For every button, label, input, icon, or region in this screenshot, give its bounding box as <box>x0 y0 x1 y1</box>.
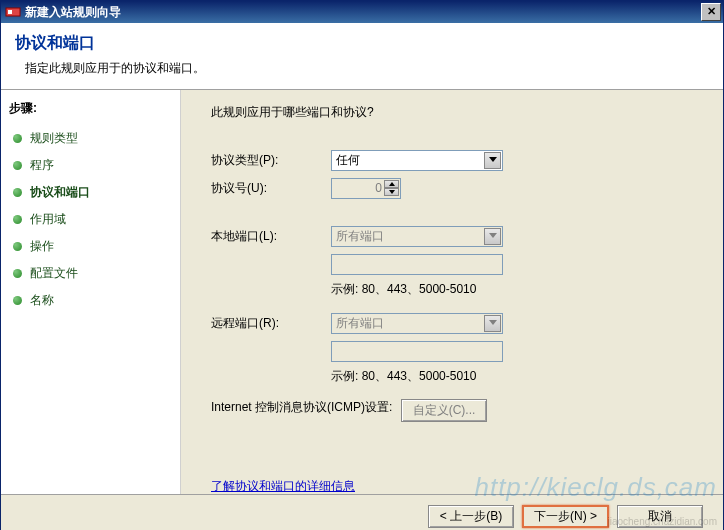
page-title: 协议和端口 <box>15 33 709 54</box>
learn-more-link[interactable]: 了解协议和端口的详细信息 <box>211 478 355 495</box>
spinner-down-icon[interactable] <box>384 188 399 196</box>
page-subtitle: 指定此规则应用于的协议和端口。 <box>25 60 709 77</box>
sidebar-item-name[interactable]: 名称 <box>9 287 172 314</box>
sidebar-item-label: 操作 <box>30 238 54 255</box>
app-icon <box>5 4 21 20</box>
remote-port-label: 远程端口(R): <box>211 315 331 332</box>
wizard-window: 新建入站规则向导 ✕ 协议和端口 指定此规则应用于的协议和端口。 步骤: 规则类… <box>0 0 724 530</box>
svg-marker-5 <box>489 233 497 238</box>
header-area: 协议和端口 指定此规则应用于的协议和端口。 <box>1 23 723 90</box>
sidebar-item-profile[interactable]: 配置文件 <box>9 260 172 287</box>
sidebar-item-protocol-port[interactable]: 协议和端口 <box>9 179 172 206</box>
svg-marker-3 <box>389 182 395 186</box>
protocol-number-spinner[interactable]: 0 <box>331 178 401 199</box>
spinner-up-icon[interactable] <box>384 180 399 188</box>
sidebar-item-label: 配置文件 <box>30 265 78 282</box>
svg-rect-1 <box>8 10 12 14</box>
chevron-down-icon <box>484 152 501 169</box>
cancel-button[interactable]: 取消 <box>617 505 703 528</box>
bullet-icon <box>13 242 22 251</box>
chevron-down-icon <box>484 228 501 245</box>
bullet-icon <box>13 215 22 224</box>
local-port-input[interactable] <box>331 254 503 275</box>
protocol-number-value: 0 <box>375 181 382 195</box>
window-title: 新建入站规则向导 <box>25 4 701 21</box>
sidebar-item-label: 规则类型 <box>30 130 78 147</box>
body-area: 步骤: 规则类型 程序 协议和端口 作用域 操作 配置文件 名称 此规则应用于哪… <box>1 90 723 494</box>
steps-label: 步骤: <box>9 100 172 117</box>
titlebar: 新建入站规则向导 ✕ <box>1 1 723 23</box>
bullet-icon <box>13 296 22 305</box>
remote-port-value: 所有端口 <box>336 315 384 332</box>
local-port-hint: 示例: 80、443、5000-5010 <box>331 281 701 298</box>
svg-marker-6 <box>489 320 497 325</box>
close-button[interactable]: ✕ <box>701 3 721 21</box>
bullet-icon <box>13 188 22 197</box>
sidebar-item-scope[interactable]: 作用域 <box>9 206 172 233</box>
svg-marker-4 <box>389 190 395 194</box>
remote-port-dropdown[interactable]: 所有端口 <box>331 313 503 334</box>
chevron-down-icon <box>484 315 501 332</box>
icmp-customize-button[interactable]: 自定义(C)... <box>401 399 487 422</box>
protocol-number-label: 协议号(U): <box>211 180 331 197</box>
protocol-type-dropdown[interactable]: 任何 <box>331 150 503 171</box>
bullet-icon <box>13 269 22 278</box>
sidebar-item-label: 程序 <box>30 157 54 174</box>
next-button[interactable]: 下一步(N) > <box>522 505 609 528</box>
sidebar-item-label: 协议和端口 <box>30 184 90 201</box>
sidebar-item-rule-type[interactable]: 规则类型 <box>9 125 172 152</box>
footer: < 上一步(B) 下一步(N) > 取消 <box>1 494 723 530</box>
content-question: 此规则应用于哪些端口和协议? <box>211 104 701 121</box>
local-port-label: 本地端口(L): <box>211 228 331 245</box>
local-port-value: 所有端口 <box>336 228 384 245</box>
sidebar-item-action[interactable]: 操作 <box>9 233 172 260</box>
back-button[interactable]: < 上一步(B) <box>428 505 514 528</box>
bullet-icon <box>13 134 22 143</box>
bullet-icon <box>13 161 22 170</box>
sidebar-item-program[interactable]: 程序 <box>9 152 172 179</box>
svg-marker-2 <box>489 157 497 162</box>
sidebar-item-label: 作用域 <box>30 211 66 228</box>
icmp-label: Internet 控制消息协议(ICMP)设置: <box>211 399 401 416</box>
remote-port-hint: 示例: 80、443、5000-5010 <box>331 368 701 385</box>
sidebar: 步骤: 规则类型 程序 协议和端口 作用域 操作 配置文件 名称 <box>1 90 181 494</box>
remote-port-input[interactable] <box>331 341 503 362</box>
sidebar-item-label: 名称 <box>30 292 54 309</box>
local-port-dropdown[interactable]: 所有端口 <box>331 226 503 247</box>
protocol-type-value: 任何 <box>336 152 360 169</box>
content-panel: 此规则应用于哪些端口和协议? 协议类型(P): 任何 协议号(U): 0 <box>181 90 723 494</box>
protocol-type-label: 协议类型(P): <box>211 152 331 169</box>
